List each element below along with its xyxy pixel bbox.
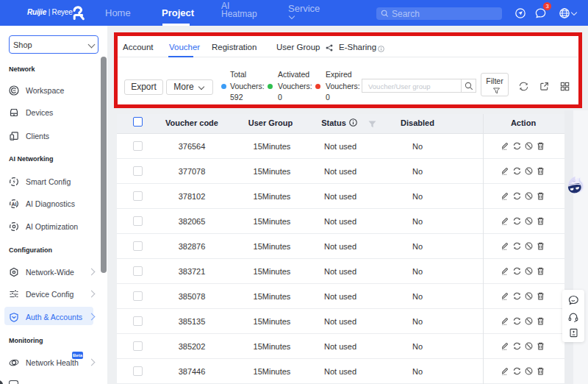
svg-text:AI: AI	[12, 202, 17, 207]
